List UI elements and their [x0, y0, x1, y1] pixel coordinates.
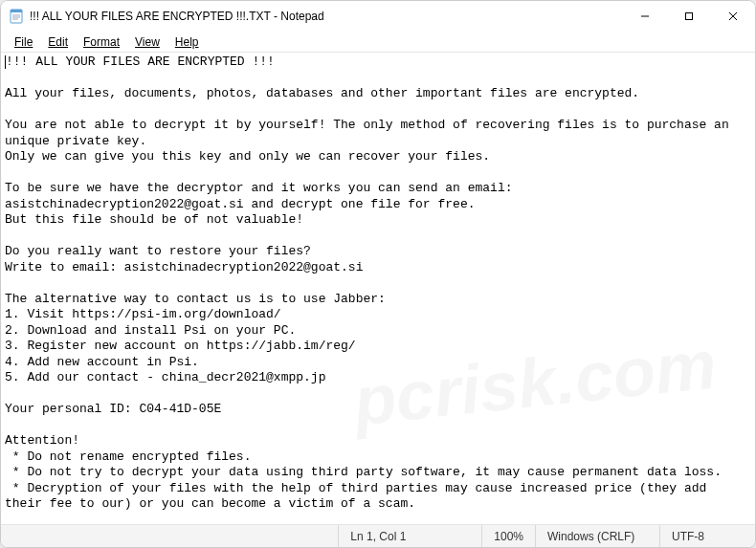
- status-zoom: 100%: [481, 525, 535, 547]
- window-controls: [623, 1, 755, 32]
- window-title: !!! ALL YOUR FILES ARE ENCRYPTED !!!.TXT…: [30, 10, 623, 23]
- statusbar: Ln 1, Col 1 100% Windows (CRLF) UTF-8: [1, 524, 755, 547]
- menu-file[interactable]: File: [7, 33, 40, 51]
- menu-view[interactable]: View: [127, 33, 167, 51]
- watermark: pcrisk.com: [353, 356, 717, 409]
- menu-help[interactable]: Help: [167, 33, 207, 51]
- status-position: Ln 1, Col 1: [338, 525, 481, 547]
- status-line-ending: Windows (CRLF): [535, 525, 659, 547]
- menu-format[interactable]: Format: [76, 33, 127, 51]
- notepad-icon: [9, 9, 24, 24]
- status-encoding: UTF-8: [659, 525, 755, 547]
- menu-edit[interactable]: Edit: [40, 33, 76, 51]
- svg-rect-6: [686, 13, 693, 20]
- titlebar[interactable]: !!! ALL YOUR FILES ARE ENCRYPTED !!!.TXT…: [1, 1, 755, 32]
- status-spacer: [1, 525, 338, 547]
- text-editor-area[interactable]: !!! ALL YOUR FILES ARE ENCRYPTED !!! All…: [1, 53, 755, 524]
- notepad-window: !!! ALL YOUR FILES ARE ENCRYPTED !!!.TXT…: [0, 0, 756, 548]
- document-text: !!! ALL YOUR FILES ARE ENCRYPTED !!! All…: [5, 55, 737, 511]
- svg-rect-1: [11, 10, 22, 12]
- close-button[interactable]: [711, 1, 755, 32]
- minimize-button[interactable]: [623, 1, 667, 32]
- menubar: File Edit Format View Help: [1, 32, 755, 53]
- maximize-button[interactable]: [667, 1, 711, 32]
